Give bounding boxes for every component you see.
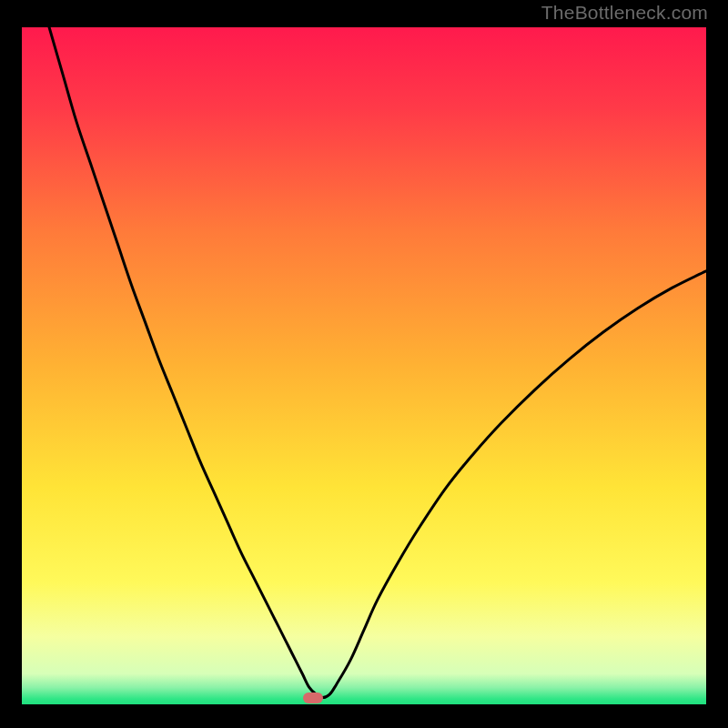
bottleneck-plot (22, 27, 706, 704)
watermark-text: TheBottleneck.com (541, 2, 708, 24)
plot-area (22, 27, 706, 704)
optimal-point-marker (303, 693, 323, 703)
chart-frame: TheBottleneck.com (0, 0, 728, 728)
gradient-background (22, 27, 706, 704)
